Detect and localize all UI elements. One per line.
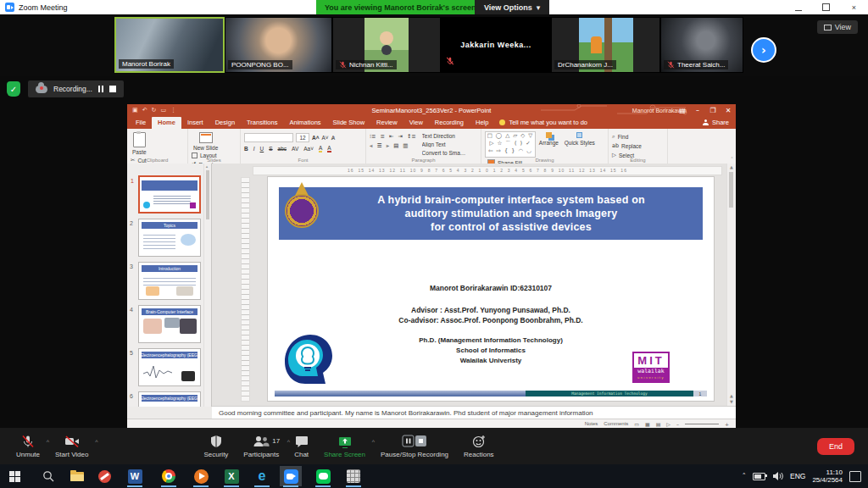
slide-thumbnail[interactable]: 5 Electroencephalography (EEG) xyxy=(138,348,201,386)
convert-smartart-button[interactable]: Convert to SmartArt xyxy=(422,150,466,156)
tab-file[interactable]: File xyxy=(130,117,152,129)
security-button[interactable]: Security xyxy=(196,435,236,458)
ribbon-options-icon[interactable]: ▤ xyxy=(675,107,690,114)
underline-button[interactable]: U xyxy=(260,146,264,152)
ppt-close-button[interactable]: ✕ xyxy=(721,107,736,114)
reading-view-icon[interactable]: ▤ xyxy=(656,421,661,427)
share-screen-button[interactable]: ^ Share Screen xyxy=(316,435,373,458)
slide-thumbnail[interactable]: 3 Introduction xyxy=(138,262,201,300)
ppt-restore-button[interactable]: ❐ xyxy=(705,107,721,114)
new-slide-button[interactable]: New Slide xyxy=(193,132,218,151)
media-app-button[interactable] xyxy=(190,466,212,486)
view-layout-button[interactable]: View xyxy=(817,20,858,34)
notes-pane[interactable]: Good morning committee and participant. … xyxy=(212,406,736,419)
tab-design[interactable]: Design xyxy=(209,117,241,129)
replace-button[interactable]: abReplace xyxy=(612,142,642,149)
zoom-slider[interactable] xyxy=(685,424,719,424)
normal-view-icon[interactable]: ▭ xyxy=(634,421,639,427)
close-button[interactable]: × xyxy=(840,0,868,14)
text-direction-button[interactable]: Text Direction xyxy=(422,133,466,139)
participants-button[interactable]: ^ 17 Participants xyxy=(236,435,287,458)
taskbar-clock[interactable]: 11:10 25/4/2564 xyxy=(812,469,843,485)
chrome-button[interactable] xyxy=(158,466,180,486)
minimize-button[interactable] xyxy=(784,0,812,14)
tab-review[interactable]: Review xyxy=(370,117,403,129)
chat-button[interactable]: Chat xyxy=(287,435,316,458)
tab-home[interactable]: Home xyxy=(152,117,181,129)
thumbnail-scrollbar[interactable] xyxy=(203,164,211,407)
excel-button[interactable]: X xyxy=(220,466,242,486)
italic-button[interactable]: I xyxy=(253,146,255,152)
maximize-button[interactable] xyxy=(812,0,840,14)
tell-me-box[interactable]: Tell me what you want to do xyxy=(499,119,587,126)
bullets-button[interactable]: ⁝≡ xyxy=(370,133,376,140)
start-video-button[interactable]: ^ Start Video xyxy=(47,435,96,458)
slide-thumbnail[interactable]: 1 xyxy=(138,175,201,214)
grow-font-button[interactable]: A˄ xyxy=(312,135,320,141)
justify-button[interactable]: ▤ xyxy=(393,142,398,149)
participant-tile[interactable]: Manorot Borirak xyxy=(114,17,225,73)
tab-slideshow[interactable]: Slide Show xyxy=(327,117,371,129)
editor-scrollbar[interactable]: ▲ ▲▼ xyxy=(726,164,736,407)
slide-thumbnail[interactable]: 4 Brain-Computer Interface xyxy=(138,305,201,343)
font-name-combobox[interactable] xyxy=(244,133,293,142)
strikethrough-button[interactable]: S xyxy=(269,146,272,152)
tray-expand-icon[interactable]: ˄ xyxy=(742,472,746,480)
slide-thumbnail[interactable]: 2 Topics xyxy=(138,219,201,257)
collapse-ribbon-icon[interactable]: ˄ xyxy=(731,156,733,162)
speaker-icon[interactable] xyxy=(772,471,783,481)
line-app-button[interactable] xyxy=(312,466,334,486)
scroll-up-icon[interactable]: ▲ xyxy=(727,164,736,169)
tab-animations[interactable]: Animations xyxy=(283,117,326,129)
align-text-button[interactable]: Align Text xyxy=(422,141,466,147)
comments-toggle[interactable]: Comments xyxy=(604,421,628,426)
participant-tile[interactable]: Theerat Saich... xyxy=(660,17,743,73)
edge-button[interactable]: e xyxy=(251,466,273,486)
zoom-app-button[interactable] xyxy=(280,466,302,486)
tab-insert[interactable]: Insert xyxy=(181,117,209,129)
calculator-button[interactable] xyxy=(342,466,364,486)
participant-tile[interactable]: Nichnan Kitti... xyxy=(332,17,441,73)
ppt-share-button[interactable]: Share xyxy=(703,116,729,129)
tab-recording[interactable]: Recording xyxy=(429,117,470,129)
change-case-button[interactable]: Aa˅ xyxy=(303,146,314,152)
battery-icon[interactable] xyxy=(753,473,765,480)
character-spacing-button[interactable]: AV xyxy=(292,146,298,152)
action-center-icon[interactable] xyxy=(849,471,861,482)
clear-formatting-button[interactable]: A̷ xyxy=(331,135,335,141)
slide-canvas[interactable]: A hybrid brain-computer interface system… xyxy=(268,177,714,401)
participant-tile[interactable]: Jakkarin Weeka... xyxy=(441,17,551,73)
line-spacing-button[interactable]: ↕≡ xyxy=(407,133,416,140)
unmute-button[interactable]: ^ Unmute xyxy=(8,435,47,458)
align-center-button[interactable]: ☰ xyxy=(377,142,382,149)
decrease-indent-button[interactable]: ⇤ xyxy=(389,133,393,140)
columns-button[interactable]: ▥ xyxy=(403,142,408,149)
tab-help[interactable]: Help xyxy=(470,117,494,129)
tab-transitions[interactable]: Transitions xyxy=(241,117,283,129)
end-meeting-button[interactable]: End xyxy=(817,438,854,455)
arrange-button[interactable]: Arrange xyxy=(539,132,559,146)
view-options-button[interactable]: View Options▾ xyxy=(475,0,549,14)
stop-recording-button[interactable] xyxy=(109,86,116,92)
pause-stop-recording-button[interactable]: Pause/Stop Recording xyxy=(373,435,456,458)
align-left-button[interactable]: ⫷ xyxy=(370,142,373,149)
slideshow-view-icon[interactable]: ▷ xyxy=(666,421,670,427)
bold-button[interactable]: B xyxy=(244,146,248,152)
numbering-button[interactable]: ≡ xyxy=(381,133,385,140)
next-participants-button[interactable]: › xyxy=(751,37,776,63)
red-app-button[interactable] xyxy=(93,466,115,486)
language-indicator[interactable]: ENG xyxy=(790,472,805,480)
find-button[interactable]: ⌕Find xyxy=(612,133,642,140)
zoom-in-icon[interactable]: + xyxy=(725,421,729,427)
prev-next-slide-buttons[interactable]: ▲▼ xyxy=(727,393,736,405)
word-button[interactable]: W xyxy=(124,466,146,486)
participant-tile[interactable]: DrChanankorn J... xyxy=(551,17,660,73)
participant-tile[interactable]: POONPONG BO... xyxy=(225,17,332,73)
slide-thumbnail[interactable]: 6 Electroencephalography (EEG) xyxy=(138,391,201,407)
start-button[interactable] xyxy=(3,466,25,486)
paste-button[interactable]: Paste xyxy=(132,132,147,155)
font-color-button[interactable]: A xyxy=(327,145,331,152)
font-size-combobox[interactable]: 12 xyxy=(296,133,309,142)
file-explorer-button[interactable] xyxy=(66,466,88,486)
text-shadow-button[interactable]: abc xyxy=(278,146,287,152)
